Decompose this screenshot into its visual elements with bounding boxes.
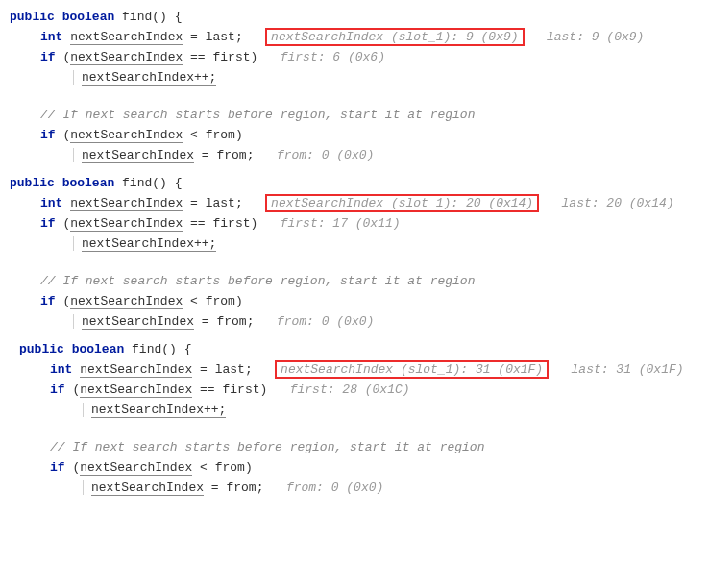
rhs-first: first xyxy=(212,50,250,64)
equals: = xyxy=(204,480,226,495)
comment-text: // If next search starts before region, … xyxy=(40,274,475,288)
keyword-if: if xyxy=(40,50,56,64)
debug-highlight[interactable]: nextSearchIndex (slot_1): 20 (0x14) xyxy=(265,194,539,212)
method-name: find xyxy=(132,342,161,356)
rhs-from: from xyxy=(206,294,235,308)
paren-brace: () { xyxy=(152,10,182,24)
incr-stmt[interactable]: nextSearchIndex++; xyxy=(91,403,226,418)
debug-highlight[interactable]: nextSearchIndex (slot_1): 9 (0x9) xyxy=(265,28,524,46)
incr-stmt[interactable]: nextSearchIndex++; xyxy=(82,236,216,252)
var-name[interactable]: nextSearchIndex xyxy=(80,362,192,378)
assign-from-line: nextSearchIndex = from; from: 0 (0x0) xyxy=(10,312,699,332)
var-ref[interactable]: nextSearchIndex xyxy=(91,480,204,496)
var-ref[interactable]: nextSearchIndex xyxy=(82,148,194,163)
equals: = xyxy=(194,314,216,329)
equals: = xyxy=(192,362,214,377)
keyword-if: if xyxy=(50,460,65,475)
var-ref[interactable]: nextSearchIndex xyxy=(80,382,192,398)
keyword-int: int xyxy=(40,30,62,44)
var-ref[interactable]: nextSearchIndex xyxy=(82,314,194,330)
last-annotation: last: 20 (0x14) xyxy=(562,196,674,210)
first-annotation: first: 6 (0x6) xyxy=(281,50,385,64)
keyword-if: if xyxy=(40,294,56,308)
equals: = xyxy=(183,196,205,210)
if-line-2: if (nextSearchIndex < from) xyxy=(10,292,699,312)
keyword-if: if xyxy=(40,128,56,142)
keyword-public: public xyxy=(10,176,55,190)
code-block: public boolean find() {int nextSearchInd… xyxy=(10,8,699,166)
var-ref[interactable]: nextSearchIndex xyxy=(70,128,183,143)
op-eqeq: == xyxy=(183,50,212,64)
blank-line xyxy=(19,421,699,438)
op-lt: < xyxy=(183,128,205,142)
keyword-public: public xyxy=(10,10,55,24)
debug-highlight[interactable]: nextSearchIndex (slot_1): 31 (0x1F) xyxy=(275,360,549,379)
keyword-boolean: boolean xyxy=(62,10,115,24)
method-signature: public boolean find() { xyxy=(19,340,699,360)
keyword-if: if xyxy=(50,382,65,397)
incr-stmt[interactable]: nextSearchIndex++; xyxy=(82,70,216,86)
semicolon: ; xyxy=(257,480,264,495)
keyword-public: public xyxy=(19,342,64,356)
method-name: find xyxy=(122,10,152,24)
var-ref[interactable]: nextSearchIndex xyxy=(70,216,183,232)
semicolon: ; xyxy=(235,30,243,44)
code-block: public boolean find() {int nextSearchInd… xyxy=(19,340,699,499)
increment-line: nextSearchIndex++; xyxy=(10,68,699,88)
method-name: find xyxy=(122,176,152,190)
close-paren: ) xyxy=(260,382,268,397)
rhs-first: first xyxy=(222,382,259,397)
code-block: public boolean find() {int nextSearchInd… xyxy=(10,174,699,332)
assign-line: int nextSearchIndex = last; nextSearchIn… xyxy=(10,28,699,48)
var-ref[interactable]: nextSearchIndex xyxy=(70,50,183,65)
keyword-boolean: boolean xyxy=(62,176,115,190)
first-annotation: first: 28 (0x1C) xyxy=(290,382,410,397)
assign-from-line: nextSearchIndex = from; from: 0 (0x0) xyxy=(10,146,699,166)
if-line: if (nextSearchIndex == first) first: 6 (… xyxy=(10,48,699,68)
var-ref[interactable]: nextSearchIndex xyxy=(70,294,183,309)
method-signature: public boolean find() { xyxy=(10,8,699,28)
last-annotation: last: 9 (0x9) xyxy=(547,30,644,44)
rhs-from: from xyxy=(215,460,245,475)
if-line-2: if (nextSearchIndex < from) xyxy=(19,458,699,478)
increment-line: nextSearchIndex++; xyxy=(19,401,699,421)
if-line: if (nextSearchIndex == first) first: 28 … xyxy=(19,380,699,401)
rhs-from: from xyxy=(206,128,235,142)
rhs-first: first xyxy=(212,216,250,231)
keyword-if: if xyxy=(40,216,56,231)
comment-line: // If next search starts before region, … xyxy=(19,438,699,458)
semicolon: ; xyxy=(235,196,243,210)
assign-line: int nextSearchIndex = last; nextSearchIn… xyxy=(10,194,699,214)
equals: = xyxy=(183,30,205,44)
increment-line: nextSearchIndex++; xyxy=(10,234,699,255)
blank-line xyxy=(10,255,699,272)
last-annotation: last: 31 (0x1F) xyxy=(572,362,684,377)
if-line-2: if (nextSearchIndex < from) xyxy=(10,126,699,146)
close-paren: ) xyxy=(251,50,258,64)
semicolon: ; xyxy=(247,148,255,162)
paren-brace: () { xyxy=(161,342,191,356)
keyword-int: int xyxy=(50,362,72,377)
from-annotation: from: 0 (0x0) xyxy=(286,480,383,495)
close-paren: ) xyxy=(235,128,243,142)
keyword-int: int xyxy=(40,196,62,210)
var-ref[interactable]: nextSearchIndex xyxy=(80,460,192,476)
equals: = xyxy=(194,148,216,162)
op-eqeq: == xyxy=(183,216,212,231)
op-lt: < xyxy=(192,460,214,475)
blank-line xyxy=(10,88,699,106)
rhs-last: last xyxy=(206,30,235,44)
op-lt: < xyxy=(183,294,205,308)
rhs-from: from xyxy=(216,314,246,329)
comment-text: // If next search starts before region, … xyxy=(50,440,484,454)
var-name[interactable]: nextSearchIndex xyxy=(70,30,183,45)
assign-line: int nextSearchIndex = last; nextSearchIn… xyxy=(19,360,699,380)
var-name[interactable]: nextSearchIndex xyxy=(70,196,183,211)
comment-line: // If next search starts before region, … xyxy=(10,106,699,126)
op-eqeq: == xyxy=(192,382,222,397)
comment-line: // If next search starts before region, … xyxy=(10,272,699,292)
first-annotation: first: 17 (0x11) xyxy=(281,216,401,231)
paren-brace: () { xyxy=(152,176,182,190)
rhs-from: from xyxy=(226,480,256,495)
close-paren: ) xyxy=(235,294,243,308)
